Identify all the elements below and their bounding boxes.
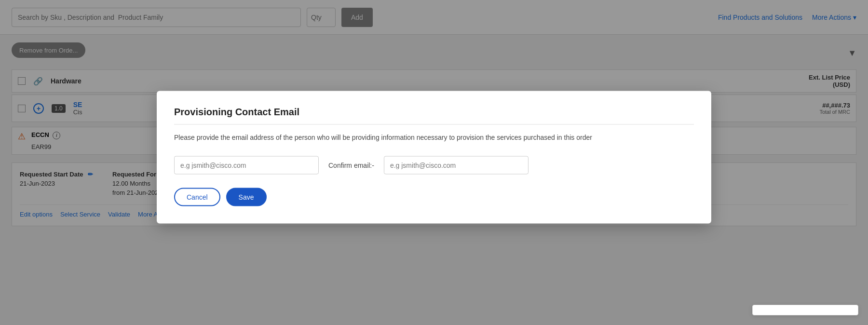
save-button[interactable]: Save: [226, 188, 267, 206]
provisioning-email-modal: Provisioning Contact Email Please provid…: [157, 91, 711, 224]
modal-email-input[interactable]: [174, 156, 319, 175]
modal-description: Please provide the email address of the …: [174, 133, 694, 143]
tooltip-popup: [752, 305, 858, 315]
modal-title: Provisioning Contact Email: [174, 107, 694, 125]
modal-confirm-email-input[interactable]: [384, 156, 529, 175]
modal-inputs: Confirm email:-: [174, 156, 694, 175]
cancel-button[interactable]: Cancel: [174, 188, 220, 206]
modal-actions: Cancel Save: [174, 188, 694, 206]
confirm-email-label: Confirm email:-: [328, 162, 374, 169]
